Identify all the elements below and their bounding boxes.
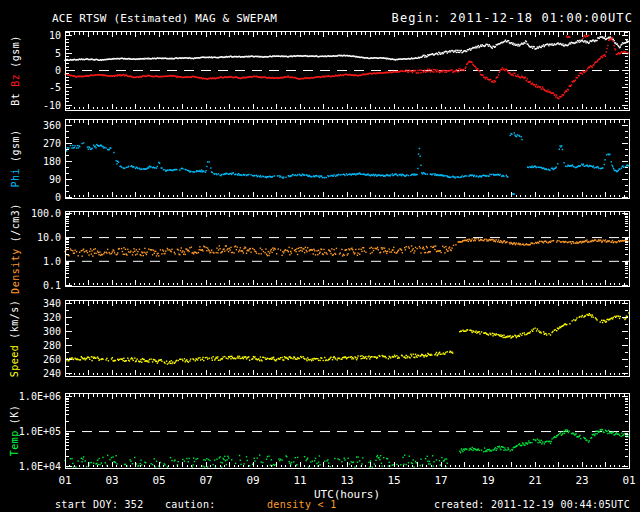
panel-speed: 340320300280260240 (43, 298, 630, 379)
x-tick-label: 11 (293, 474, 306, 487)
y-axis-label-density: Density(/cm3) (0, 211, 30, 286)
x-tick-label: 05 (152, 474, 165, 487)
y-tick-label: 0.1 (43, 280, 61, 291)
panel-frame (65, 119, 629, 198)
plot-svg: 1050-5-10360270180900100.010.01.00.13403… (0, 0, 640, 512)
y-tick-label: 260 (43, 354, 61, 365)
x-tick-label: 15 (387, 474, 400, 487)
y-axis-label-speed: Speed(km/s) (0, 300, 30, 376)
density-label: Density (10, 248, 21, 294)
x-tick-label: 13 (340, 474, 353, 487)
y-axis-label-phi: Phi(gsm) (0, 119, 30, 198)
y-tick-label: 300 (43, 326, 61, 337)
ace-rtsw-plot-screen: ACE RTSW (Estimated) MAG & SWEPAM Begin:… (0, 0, 640, 512)
x-tick-label: 17 (434, 474, 447, 487)
speed-label: Speed (10, 344, 21, 377)
x-tick-label: 01 (622, 474, 635, 487)
panel-phi: 360270180900 (43, 119, 629, 203)
panel-mag: 1050-5-10 (43, 30, 630, 111)
footer-start-doy: start DOY: 352 (55, 499, 144, 510)
series-phi (65, 132, 629, 195)
y-tick-label: -5 (49, 82, 61, 93)
y-tick-label: 1.0 (43, 256, 61, 267)
panel-frame (65, 300, 629, 376)
footer-caution-label: caution: (165, 499, 216, 510)
series-density (64, 238, 628, 257)
series-speed (65, 312, 630, 365)
footer-caution-value: density < 1 (267, 499, 337, 510)
panel-frame (65, 393, 629, 468)
series-bt (64, 36, 629, 61)
panel-frame (65, 211, 629, 286)
x-tick-label: 03 (105, 474, 118, 487)
series-bz (64, 35, 629, 100)
y-tick-label: 10 (49, 30, 61, 41)
temp-units-label: (K) (10, 405, 21, 425)
y-tick-label: 90 (49, 174, 61, 185)
bz-label: Bz (10, 74, 21, 87)
temp-label: Temp (10, 430, 21, 456)
x-tick-label: 09 (246, 474, 259, 487)
y-axis-label-temp: Temp(K) (0, 393, 30, 468)
x-tick-label: 07 (199, 474, 212, 487)
x-tick-label: 23 (575, 474, 588, 487)
density-units-label: (/cm3) (10, 203, 21, 242)
panel-temp: 1.0E+061.0E+051.0E+04 (19, 391, 630, 472)
y-tick-label: 320 (43, 312, 61, 323)
bt-label: Bt (10, 93, 21, 106)
y-tick-label: 340 (43, 298, 61, 309)
y-tick-label: 100.0 (31, 208, 61, 219)
y-tick-label: -10 (43, 100, 61, 111)
y-tick-label: 5 (55, 48, 61, 59)
x-tick-label: 19 (481, 474, 494, 487)
x-tick-label: 01 (58, 474, 71, 487)
y-tick-label: 280 (43, 340, 61, 351)
footer-created-timestamp: created: 2011-12-19 00:44:05UTC (434, 499, 630, 510)
y-tick-label: 240 (43, 368, 61, 379)
series-temp (64, 429, 629, 468)
x-tick-label: 21 (528, 474, 541, 487)
phi-label: Phi (10, 168, 21, 188)
y-tick-label: 270 (43, 138, 61, 149)
y-tick-label: 180 (43, 156, 61, 167)
mag-units-label: (gsm) (10, 35, 21, 68)
y-axis-label-mag: BtBz(gsm) (0, 31, 30, 110)
y-tick-label: 10.0 (37, 232, 61, 243)
panel-density: 100.010.01.00.1 (31, 208, 629, 290)
y-tick-label: 0 (55, 65, 61, 76)
y-tick-label: 0 (55, 192, 61, 203)
phi-units-label: (gsm) (10, 129, 21, 162)
y-tick-label: 360 (43, 120, 61, 131)
speed-units-label: (km/s) (10, 299, 21, 338)
